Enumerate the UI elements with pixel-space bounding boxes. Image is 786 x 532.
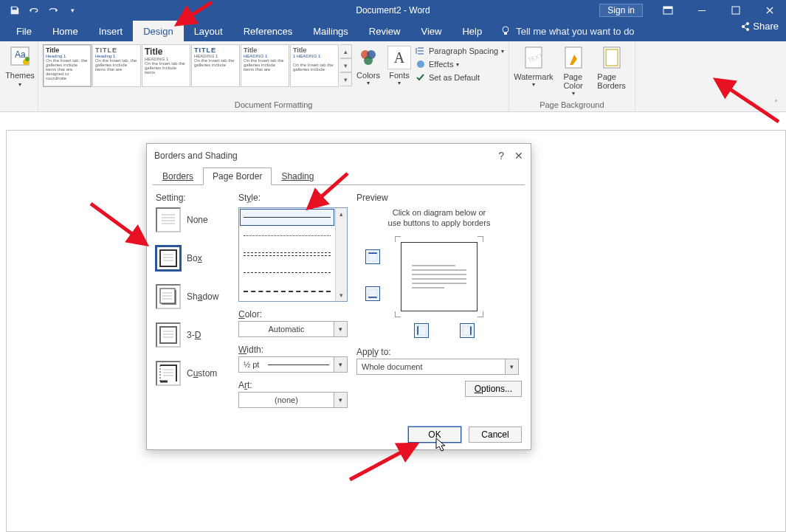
bottom-border-toggle[interactable] [365, 286, 380, 301]
collapse-ribbon-icon[interactable]: ˄ [770, 97, 782, 108]
scroll-up-icon[interactable]: ▴ [336, 208, 347, 220]
paragraph-spacing-button[interactable]: Paragraph Spacing ▾ [416, 46, 504, 56]
close-icon[interactable] [754, 0, 786, 21]
save-icon[interactable] [6, 1, 24, 19]
colors-icon [356, 46, 380, 69]
width-combo[interactable]: ½ pt▾ [238, 356, 348, 373]
tab-file[interactable]: File [6, 21, 42, 41]
width-label: Width: [238, 345, 348, 355]
page-borders-button[interactable]: PageBorders [593, 44, 630, 90]
preview-hint: Click on diagram below oruse buttons to … [356, 207, 522, 229]
tab-review[interactable]: Review [359, 21, 411, 41]
tab-design[interactable]: Design [133, 21, 183, 41]
gallery-item[interactable]: TitleHeading 1On the Insert tab, the gal… [43, 44, 92, 87]
options-button[interactable]: Options... [465, 381, 522, 397]
tab-mailings[interactable]: Mailings [303, 21, 359, 41]
watermark-icon: TEXT [523, 46, 545, 72]
tab-borders[interactable]: Borders [153, 167, 203, 185]
svg-rect-1 [663, 7, 672, 9]
help-icon[interactable]: ? [498, 150, 504, 162]
cancel-button[interactable]: Cancel [469, 426, 522, 443]
paragraph-spacing-icon [416, 46, 426, 56]
gallery-up-icon[interactable]: ▴ [340, 44, 352, 58]
setting-none[interactable]: None [156, 207, 230, 232]
themes-icon: Aa [8, 44, 32, 68]
tab-page-border[interactable]: Page Border [203, 167, 272, 185]
style-set-gallery[interactable]: TitleHeading 1On the Insert tab, the gal… [43, 44, 339, 87]
group-label: Page Background [514, 100, 630, 110]
apply-to-label: Apply to: [356, 347, 522, 357]
lightbulb-icon [500, 25, 511, 37]
art-combo[interactable]: (none)▾ [238, 392, 348, 408]
setting-3d[interactable]: 3-D [156, 322, 230, 348]
right-border-toggle[interactable] [460, 323, 475, 338]
fonts-button[interactable]: A Fonts▾ [385, 44, 414, 86]
watermark-button[interactable]: TEXT Watermark▾ [514, 44, 553, 88]
gallery-item[interactable]: TitleHEADING 1On the Insert tab the gall… [142, 44, 190, 87]
page-color-button[interactable]: PageColor▾ [555, 44, 592, 97]
title-bar: ▾ Document2 - Word Sign in [0, 0, 786, 21]
setting-label: Setting: [156, 193, 230, 203]
themes-button[interactable]: Aa Themes ▾ [4, 44, 35, 88]
fonts-icon: A [387, 46, 411, 69]
scroll-down-icon[interactable]: ▾ [336, 289, 347, 301]
style-option[interactable] [239, 263, 335, 282]
setting-shadow[interactable]: Shadow [156, 284, 230, 309]
color-label: Color: [238, 309, 348, 319]
svg-rect-23 [160, 250, 176, 266]
top-border-toggle[interactable] [365, 249, 380, 264]
chevron-down-icon: ▾ [334, 357, 347, 372]
svg-rect-5 [504, 32, 507, 35]
color-combo[interactable]: Automatic▾ [238, 321, 348, 337]
style-option[interactable] [239, 227, 335, 245]
redo-icon[interactable] [44, 1, 62, 19]
close-icon[interactable]: ✕ [514, 150, 523, 162]
svg-text:Aa: Aa [15, 49, 26, 60]
style-option[interactable] [239, 282, 335, 300]
svg-point-13 [417, 61, 424, 68]
tab-home[interactable]: Home [42, 21, 89, 41]
gallery-item[interactable]: TITLEHEADING 1On the Insert tab the gall… [191, 44, 240, 87]
box-icon [156, 246, 181, 271]
sign-in-button[interactable]: Sign in [599, 4, 643, 17]
svg-rect-33 [160, 327, 176, 343]
preview-diagram[interactable] [356, 236, 522, 339]
apply-to-combo[interactable]: Whole document▾ [356, 359, 519, 375]
chevron-down-icon: ▾ [334, 322, 347, 336]
gallery-item[interactable]: TitleHEADING 1On the Insert tab the gall… [241, 44, 289, 87]
ribbon-display-options-icon[interactable] [652, 0, 684, 21]
share-icon [740, 21, 750, 32]
ok-button[interactable]: OK [408, 426, 461, 443]
tab-insert[interactable]: Insert [89, 21, 134, 41]
gallery-item[interactable]: TITLEHeading 1On the Insert tab, the gal… [92, 44, 141, 87]
qat-dropdown-icon[interactable]: ▾ [63, 1, 81, 19]
gallery-item[interactable]: Title1 HEADING 1On the Insert tab the ga… [290, 44, 339, 87]
share-button[interactable]: Share [740, 21, 779, 32]
tab-help[interactable]: Help [452, 21, 492, 41]
style-option[interactable] [239, 245, 335, 263]
style-option[interactable] [239, 208, 335, 227]
chevron-down-icon: ▾ [334, 393, 347, 407]
tab-view[interactable]: View [410, 21, 452, 41]
svg-rect-3 [732, 7, 740, 14]
effects-icon [416, 59, 426, 69]
gallery-down-icon[interactable]: ▾ [340, 58, 352, 72]
style-list[interactable]: ▴ ▾ [238, 207, 348, 302]
maximize-icon[interactable] [720, 0, 752, 21]
preview-page[interactable] [401, 242, 478, 311]
left-border-toggle[interactable] [414, 323, 429, 338]
tab-references[interactable]: References [233, 21, 303, 41]
gallery-more-icon[interactable]: ▾ [340, 72, 352, 86]
setting-custom[interactable]: Custom [156, 361, 230, 386]
custom-icon [156, 361, 181, 386]
minimize-icon[interactable] [686, 0, 718, 21]
tell-me-search[interactable]: Tell me what you want to do [500, 21, 634, 41]
tab-shading[interactable]: Shading [272, 167, 323, 185]
threeD-icon [156, 322, 181, 348]
tab-layout[interactable]: Layout [184, 21, 233, 41]
setting-box[interactable]: Box [156, 246, 230, 271]
colors-button[interactable]: Colors▾ [354, 44, 383, 86]
effects-button[interactable]: Effects ▾ [416, 59, 504, 69]
undo-icon[interactable] [25, 1, 43, 19]
set-as-default-button[interactable]: Set as Default [416, 72, 504, 83]
